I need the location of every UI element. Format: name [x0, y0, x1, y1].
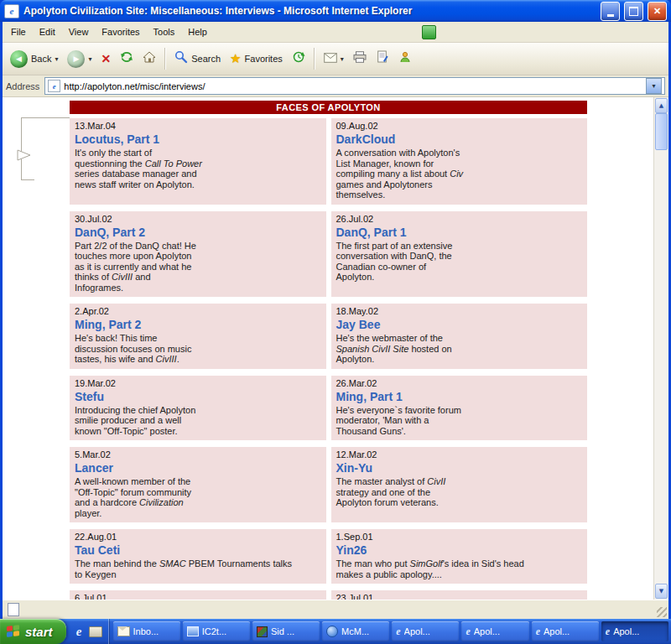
interview-entry: 12.Mar.02Xin-YuThe master analyst of Civ…	[331, 447, 588, 522]
history-button[interactable]	[288, 48, 309, 70]
scroll-down-button[interactable]: ▼	[655, 584, 668, 599]
back-label: Back	[31, 54, 51, 64]
address-bar: Address http://apolyton.net/misc/intervi…	[3, 75, 668, 97]
address-input[interactable]: http://apolyton.net/misc/interviews/ ▾	[44, 77, 665, 95]
search-icon	[174, 50, 188, 67]
task-label: Sid ...	[271, 626, 294, 636]
entry-link[interactable]: Tau Ceti	[75, 543, 321, 557]
menu-addon-icon[interactable]	[422, 25, 436, 39]
address-dropdown-icon[interactable]: ▾	[646, 78, 662, 94]
entry-date: 2.Apr.02	[75, 306, 321, 317]
taskbar-task-button[interactable]: Apol...	[392, 621, 459, 641]
taskbar-task-button[interactable]: McM...	[322, 621, 389, 641]
entry-date: 12.Mar.02	[336, 449, 583, 460]
taskbar-tasks: Inbo...IC2t...Sid ...McM...Apol...Apol..…	[109, 619, 671, 644]
home-button[interactable]	[138, 48, 160, 70]
task-label: IC2t...	[202, 626, 226, 636]
scroll-up-button[interactable]: ▲	[655, 98, 668, 113]
interview-entry: 19.Mar.02StefuIntroducing the chief Apol…	[70, 376, 326, 441]
refresh-button[interactable]	[116, 48, 138, 70]
interview-entry: 23.Jul.01	[331, 590, 588, 600]
resize-grip	[657, 607, 667, 617]
close-button[interactable]	[648, 2, 667, 21]
search-label: Search	[191, 54, 221, 64]
entry-link[interactable]: Xin-Yu	[336, 461, 583, 475]
messenger-button[interactable]	[394, 48, 416, 70]
entry-date: 30.Jul.02	[75, 214, 321, 225]
entry-link[interactable]: Locutus, Part 1	[75, 132, 321, 146]
back-dropdown-icon[interactable]: ▾	[55, 55, 58, 63]
entry-date: 26.Mar.02	[336, 378, 583, 389]
favorites-button[interactable]: ★ Favorites	[226, 50, 287, 68]
taskbar-task-button[interactable]: Apol...	[601, 621, 668, 641]
menu-file[interactable]: File	[4, 24, 33, 39]
messenger-icon	[398, 50, 412, 67]
forward-button[interactable]: ▶ ▾	[63, 48, 96, 70]
entry-date: 19.Mar.02	[75, 378, 321, 389]
entry-description: He's the webmaster of the Spanish CivII …	[336, 333, 583, 365]
entry-link[interactable]: DarkCloud	[336, 132, 583, 146]
stop-icon: ✕	[101, 52, 112, 65]
menu-edit[interactable]: Edit	[33, 24, 62, 39]
back-button[interactable]: ◀ Back ▾	[6, 48, 62, 70]
windows-flag-icon	[7, 625, 20, 639]
entry-description: Introducing the chief Apolyton smilie pr…	[75, 405, 321, 437]
scrollbar-thumb[interactable]	[655, 113, 668, 150]
taskbar-task-button[interactable]: Apol...	[532, 621, 599, 641]
grid-icon	[257, 626, 268, 637]
show-desktop-icon[interactable]	[89, 626, 102, 637]
stop-button[interactable]: ✕	[97, 49, 116, 68]
internet-explorer-icon[interactable]	[72, 625, 86, 639]
entry-link[interactable]: Lancer	[75, 461, 321, 475]
page-layout-line-bottom	[21, 179, 34, 180]
entry-link[interactable]: DanQ, Part 2	[75, 226, 321, 239]
minimize-button[interactable]	[601, 2, 620, 21]
task-label: Apol...	[474, 626, 500, 636]
entry-description: The first part of an extensive conversat…	[336, 241, 583, 283]
page-layout-arrow	[14, 148, 33, 166]
entry-description: Part 2/2 of the DanQ chat! He touches mo…	[75, 241, 321, 293]
entry-date: 6.Jul.01	[75, 593, 321, 600]
entry-date: 1.Sep.01	[336, 532, 583, 543]
entry-link[interactable]: Jay Bee	[336, 318, 583, 331]
mail-icon	[324, 51, 337, 66]
chat-icon	[326, 626, 338, 637]
mail-button[interactable]: ▾	[320, 49, 348, 69]
interview-entry: 26.Jul.02DanQ, Part 1The first part of a…	[331, 211, 588, 298]
edit-button[interactable]	[372, 48, 393, 70]
task-label: McM...	[341, 626, 369, 636]
entry-link[interactable]: Yin26	[336, 543, 583, 557]
search-button[interactable]: Search	[170, 48, 225, 70]
task-label: Apol...	[544, 626, 570, 636]
entry-link[interactable]: Ming, Part 1	[336, 390, 583, 403]
taskbar-task-button[interactable]: Sid ...	[252, 621, 320, 641]
browser-window: Apolyton Civilization Site: Miscellaneou…	[0, 0, 671, 619]
entry-link[interactable]: DanQ, Part 1	[336, 226, 583, 239]
menu-view[interactable]: View	[62, 24, 96, 39]
taskbar-task-button[interactable]: IC2t...	[183, 621, 250, 641]
interview-entry: 18.May.02Jay BeeHe's the webmaster of th…	[331, 304, 588, 369]
menu-help[interactable]: Help	[181, 24, 214, 39]
maximize-button[interactable]	[624, 2, 643, 21]
toolbar: ◀ Back ▾ ▶ ▾ ✕ Search ★	[3, 43, 668, 75]
document-icon	[8, 603, 19, 616]
menu-favorites[interactable]: Favorites	[95, 24, 146, 39]
entry-link[interactable]: Ming, Part 2	[75, 318, 321, 331]
ie-icon	[396, 626, 400, 638]
menu-tools[interactable]: Tools	[147, 24, 182, 39]
task-label: Inbo...	[133, 626, 159, 636]
vertical-scrollbar[interactable]: ▲ ▼	[653, 97, 668, 600]
taskbar-task-button[interactable]: Apol...	[461, 621, 528, 641]
entry-date: 23.Jul.01	[336, 593, 583, 600]
menu-bar: FileEditViewFavoritesToolsHelp	[3, 22, 668, 43]
entry-link[interactable]: Stefu	[75, 390, 321, 403]
taskbar: start Inbo...IC2t...Sid ...McM...Apol...…	[0, 619, 671, 644]
print-button[interactable]	[349, 49, 371, 69]
mail-icon	[117, 626, 130, 636]
taskbar-task-button[interactable]: Inbo...	[113, 621, 180, 641]
start-button[interactable]: start	[0, 619, 66, 644]
page-icon	[48, 80, 60, 92]
favorites-label: Favorites	[245, 54, 283, 64]
forward-dropdown-icon[interactable]: ▾	[88, 55, 91, 63]
mail-dropdown-icon[interactable]: ▾	[341, 55, 344, 63]
